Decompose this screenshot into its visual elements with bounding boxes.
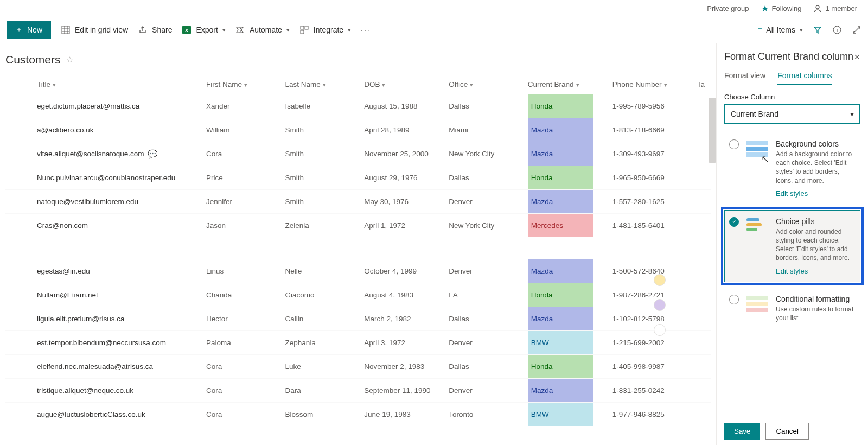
cell-brand: Mazda (525, 259, 609, 283)
cell-brand: Mercedes (525, 214, 609, 238)
cell-last: Nelle (282, 259, 361, 283)
option-choice-pills[interactable]: Choice pills Add color and rounded styli… (724, 210, 860, 282)
cell-brand: BMW (525, 330, 609, 354)
table-row[interactable]: augue@luctusloberticClass.co.ukCoraBloss… (5, 402, 711, 426)
cell-office: Denver (445, 259, 525, 283)
cell-office: New York City (445, 142, 525, 166)
cell-dob: April 1, 1972 (361, 214, 445, 238)
cell-first: Xander (203, 94, 282, 118)
cell-phone: 1-831-255-0242 (609, 378, 694, 402)
col-phone[interactable]: Phone Number▾ (609, 75, 694, 94)
cell-title[interactable]: ligula.elit.pretium@risus.ca (34, 307, 203, 330)
following-status[interactable]: ★Following (761, 3, 802, 14)
suite-header: Private group ★Following 1 member (0, 0, 868, 17)
filter-icon[interactable] (813, 25, 822, 35)
cell-title[interactable]: a@aclibero.co.uk (34, 118, 203, 142)
star-icon: ★ (761, 3, 769, 14)
cell-brand: Honda (525, 354, 609, 378)
cell-first: Chanda (203, 283, 282, 307)
table-row[interactable]: Nunc.pulvinar.arcu@conubianostraper.eduP… (5, 166, 711, 190)
table-row[interactable]: Cras@non.comJasonZeleniaApril 1, 1972New… (5, 214, 711, 238)
cell-title[interactable]: Nunc.pulvinar.arcu@conubianostraper.edu (34, 166, 203, 190)
close-icon[interactable]: ✕ (854, 53, 860, 61)
scrollbar-vertical[interactable] (709, 98, 716, 163)
radio-on[interactable] (729, 217, 739, 227)
cell-title[interactable]: vitae.aliquet@sociisnatoque.com💬 (34, 142, 203, 166)
cell-last: Blossom (282, 402, 361, 426)
tab-format-view[interactable]: Format view (724, 71, 765, 85)
cell-last: Luke (282, 354, 361, 378)
info-icon[interactable]: i (832, 25, 842, 35)
table-row[interactable]: eget.dictum.placerat@mattis.caXanderIsab… (5, 94, 711, 118)
edit-styles-link[interactable]: Edit styles (776, 189, 808, 198)
cell-last: Dara (282, 378, 361, 402)
format-panel: Format Current Brand column ✕ Format vie… (716, 43, 868, 445)
svg-rect-8 (301, 26, 304, 29)
col-office[interactable]: Office▾ (445, 75, 525, 94)
table-row[interactable]: a@aclibero.co.ukWilliamSmithApril 28, 19… (5, 118, 711, 142)
col-brand[interactable]: Current Brand▾ (525, 75, 609, 94)
share-button[interactable]: Share (138, 25, 172, 35)
view-selector[interactable]: ≡All Items▾ (757, 26, 803, 34)
cell-last: Smith (282, 118, 361, 142)
col-dob[interactable]: DOB▾ (361, 75, 445, 94)
cell-title[interactable]: eleifend.nec.malesuada@atrisus.ca (34, 354, 203, 378)
column-select[interactable]: Current Brand▾ (724, 104, 860, 124)
cell-title[interactable]: eget.dictum.placerat@mattis.ca (34, 94, 203, 118)
share-icon (138, 25, 148, 35)
cell-dob: November 2, 1983 (361, 354, 445, 378)
export-button[interactable]: xExport▾ (182, 25, 225, 35)
cell-last: Smith (282, 142, 361, 166)
cell-title[interactable]: Nullam@Etiam.net (34, 283, 203, 307)
option-background-colors[interactable]: Background colors Add a background color… (724, 132, 860, 205)
cell-brand: Mazda (525, 378, 609, 402)
table-header-row: Title▾ First Name▾ Last Name▾ DOB▾ Offic… (5, 75, 711, 94)
radio-off[interactable] (729, 295, 739, 304)
edit-grid-button[interactable]: Edit in grid view (61, 25, 128, 35)
table-row[interactable]: natoque@vestibulumlorem.eduJenniferSmith… (5, 190, 711, 214)
person-icon (813, 4, 822, 13)
expand-icon[interactable] (852, 25, 861, 35)
cell-first: Cora (203, 402, 282, 426)
new-button[interactable]: ＋New (7, 21, 51, 39)
cell-office: Miami (445, 118, 525, 142)
cell-phone: 1-215-699-2002 (609, 330, 694, 354)
table-row[interactable]: egestas@in.eduLinusNelleOctober 4, 1999D… (5, 259, 711, 283)
cell-title[interactable]: natoque@vestibulumlorem.edu (34, 190, 203, 214)
col-last[interactable]: Last Name▾ (282, 75, 361, 94)
cell-title[interactable]: egestas@in.edu (34, 259, 203, 283)
edit-styles-link[interactable]: Edit styles (776, 267, 808, 275)
cell-last: Giacomo (282, 283, 361, 307)
choose-column-label: Choose Column (724, 93, 860, 101)
cell-office: Denver (445, 330, 525, 354)
col-first[interactable]: First Name▾ (203, 75, 282, 94)
cell-title[interactable]: augue@luctusloberticClass.co.uk (34, 402, 203, 426)
cell-title[interactable]: tristique.aliquet@neque.co.uk (34, 378, 203, 402)
automate-button[interactable]: Automate▾ (235, 25, 290, 35)
table-row[interactable] (5, 237, 711, 259)
table-row[interactable]: tristique.aliquet@neque.co.ukCoraDaraSep… (5, 378, 711, 402)
table-row[interactable]: est.tempor.bibendum@neccursusa.comPaloma… (5, 330, 711, 354)
option-conditional-formatting[interactable]: Conditional formatting Use custom rules … (724, 288, 860, 329)
integrate-button[interactable]: Integrate▾ (299, 25, 351, 35)
favorite-icon[interactable]: ☆ (66, 55, 73, 65)
table-row[interactable]: Nullam@Etiam.netChandaGiacomoAugust 4, 1… (5, 283, 711, 307)
cancel-button[interactable]: Cancel (765, 423, 809, 440)
table-row[interactable]: eleifend.nec.malesuada@atrisus.caCoraLuk… (5, 354, 711, 378)
save-button[interactable]: Save (724, 423, 760, 440)
more-button[interactable]: ··· (361, 26, 371, 34)
cell-title[interactable]: est.tempor.bibendum@neccursusa.com (34, 330, 203, 354)
members-count[interactable]: 1 member (813, 4, 857, 13)
col-title[interactable]: Title▾ (34, 75, 203, 94)
table-row[interactable]: ligula.elit.pretium@risus.caHectorCailin… (5, 307, 711, 330)
col-tags[interactable]: Ta (694, 75, 711, 94)
cell-phone: 1-557-280-1625 (609, 190, 694, 214)
chevron-down-icon: ▾ (850, 110, 854, 118)
radio-off[interactable] (729, 139, 739, 149)
comment-icon[interactable]: 💬 (148, 149, 158, 158)
tab-format-columns[interactable]: Format columns (777, 71, 832, 85)
svg-text:i: i (837, 27, 838, 33)
chevron-down-icon: ▾ (348, 27, 351, 34)
table-row[interactable]: vitae.aliquet@sociisnatoque.com💬CoraSmit… (5, 142, 711, 166)
cell-title[interactable]: Cras@non.com (34, 214, 203, 238)
